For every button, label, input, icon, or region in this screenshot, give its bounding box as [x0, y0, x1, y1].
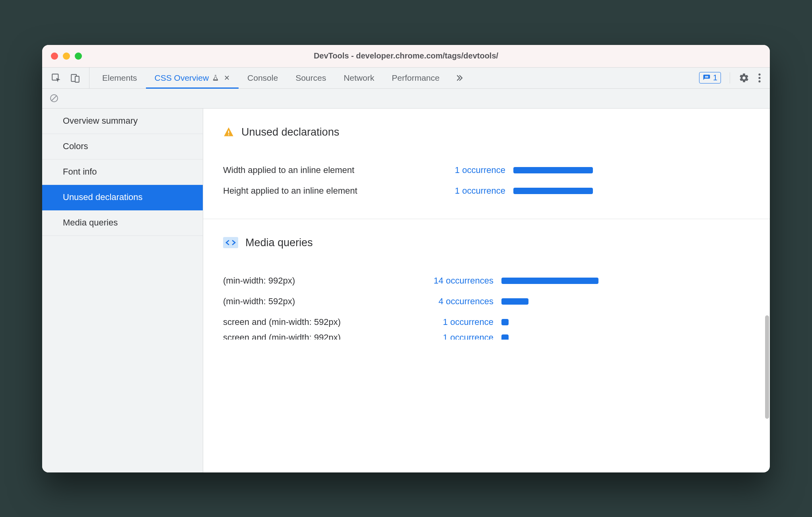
divider — [730, 72, 730, 84]
tab-label: Performance — [392, 73, 439, 83]
inspect-element-icon[interactable] — [51, 73, 61, 83]
experiment-flask-icon — [212, 74, 219, 82]
svg-point-3 — [758, 73, 760, 75]
row-bar — [501, 334, 509, 340]
issues-count: 1 — [713, 73, 717, 82]
devtools-tabbar: Elements CSS Overview ✕ Console Sources … — [42, 67, 770, 89]
row-occurrence-link[interactable]: 1 occurrence — [402, 332, 493, 340]
issues-badge[interactable]: 1 — [699, 72, 721, 84]
titlebar: DevTools - developer.chrome.com/tags/dev… — [42, 45, 770, 67]
panel-tabs: Elements CSS Overview ✕ Console Sources … — [89, 68, 470, 88]
section-media-queries: Media queries (min-width: 992px) 14 occu… — [203, 219, 770, 340]
svg-rect-9 — [228, 134, 229, 135]
tab-elements[interactable]: Elements — [93, 68, 146, 88]
row-occurrence-link[interactable]: 1 occurrence — [414, 165, 505, 175]
row-occurrence-link[interactable]: 14 occurrences — [402, 276, 493, 286]
more-tabs-button[interactable] — [448, 68, 470, 88]
row-bar — [501, 278, 598, 284]
tab-console[interactable]: Console — [239, 68, 287, 88]
device-toolbar-icon[interactable] — [70, 73, 80, 83]
row-bar-wrap — [497, 334, 613, 340]
sidebar-item-unused-declarations[interactable]: Unused declarations — [42, 185, 203, 210]
tab-label: Elements — [102, 73, 137, 83]
row-label: screen and (min-width: 592px) — [223, 317, 398, 327]
media-row: screen and (min-width: 592px) 1 occurren… — [223, 312, 770, 332]
sidebar: Overview summary Colors Font info Unused… — [42, 109, 203, 472]
media-queries-icon — [223, 237, 238, 248]
tab-sources[interactable]: Sources — [287, 68, 335, 88]
row-label: (min-width: 992px) — [223, 276, 398, 286]
unused-row: Height applied to an inline element 1 oc… — [223, 181, 770, 201]
traffic-lights — [42, 52, 82, 60]
media-row: screen and (min-width: 992px) 1 occurren… — [223, 332, 770, 340]
row-bar — [513, 188, 593, 194]
warning-icon — [223, 126, 234, 138]
sidebar-item-label: Font info — [63, 167, 97, 177]
row-occurrence-link[interactable]: 1 occurrence — [414, 186, 505, 196]
media-row: (min-width: 592px) 4 occurrences — [223, 291, 770, 312]
window-title: DevTools - developer.chrome.com/tags/dev… — [42, 51, 770, 60]
devtools-window: DevTools - developer.chrome.com/tags/dev… — [42, 45, 770, 472]
unused-row: Width applied to an inline element 1 occ… — [223, 160, 770, 181]
window-zoom-button[interactable] — [75, 52, 82, 60]
chevrons-right-icon — [455, 73, 464, 83]
sidebar-item-label: Colors — [63, 141, 88, 152]
scrollbar-thumb[interactable] — [765, 315, 769, 419]
row-bar-wrap — [497, 319, 613, 325]
window-close-button[interactable] — [51, 52, 58, 60]
main-panel: Unused declarations Width applied to an … — [203, 109, 770, 472]
row-occurrence-link[interactable]: 1 occurrence — [402, 317, 493, 327]
row-label: (min-width: 592px) — [223, 296, 398, 307]
svg-line-7 — [52, 96, 56, 101]
row-bar — [513, 167, 593, 173]
sidebar-item-label: Media queries — [63, 218, 118, 228]
svg-rect-2 — [75, 76, 79, 82]
tab-label: Network — [344, 73, 374, 83]
sidebar-item-label: Unused declarations — [63, 192, 143, 202]
sidebar-item-colors[interactable]: Colors — [42, 134, 203, 159]
window-minimize-button[interactable] — [63, 52, 70, 60]
row-label: Height applied to an inline element — [223, 186, 410, 196]
settings-gear-icon[interactable] — [739, 73, 749, 83]
svg-point-5 — [758, 80, 760, 82]
tab-network[interactable]: Network — [335, 68, 383, 88]
tab-label: Sources — [295, 73, 326, 83]
svg-rect-8 — [228, 131, 229, 134]
row-bar — [501, 319, 509, 325]
tab-css-overview[interactable]: CSS Overview ✕ — [146, 68, 239, 88]
section-header: Media queries — [223, 237, 770, 249]
row-bar-wrap — [497, 278, 613, 284]
section-unused-declarations: Unused declarations Width applied to an … — [203, 109, 770, 219]
panel-toolbar — [42, 89, 770, 109]
sidebar-item-label: Overview summary — [63, 116, 138, 126]
close-icon[interactable]: ✕ — [222, 74, 230, 82]
tabbar-tool-icons — [42, 68, 89, 88]
row-bar — [501, 298, 528, 305]
row-label: Width applied to an inline element — [223, 165, 410, 175]
svg-point-4 — [758, 77, 760, 79]
section-title: Unused declarations — [241, 126, 339, 138]
tab-label: CSS Overview — [155, 73, 209, 83]
row-bar-wrap — [497, 298, 613, 305]
row-occurrence-link[interactable]: 4 occurrences — [402, 296, 493, 307]
sidebar-item-overview-summary[interactable]: Overview summary — [42, 109, 203, 134]
sidebar-item-font-info[interactable]: Font info — [42, 159, 203, 185]
tab-performance[interactable]: Performance — [383, 68, 448, 88]
tabbar-right-controls: 1 — [690, 68, 770, 88]
media-row: (min-width: 992px) 14 occurrences — [223, 270, 770, 291]
row-bar-wrap — [509, 188, 613, 194]
issues-icon — [703, 74, 711, 82]
row-bar-wrap — [509, 167, 613, 173]
section-title: Media queries — [245, 237, 313, 249]
panel-content: Overview summary Colors Font info Unused… — [42, 109, 770, 472]
sidebar-item-media-queries[interactable]: Media queries — [42, 210, 203, 236]
row-label: screen and (min-width: 992px) — [223, 332, 398, 340]
kebab-menu-icon[interactable] — [758, 73, 761, 83]
section-header: Unused declarations — [223, 126, 770, 138]
tab-label: Console — [247, 73, 278, 83]
clear-overview-icon[interactable] — [49, 93, 59, 103]
